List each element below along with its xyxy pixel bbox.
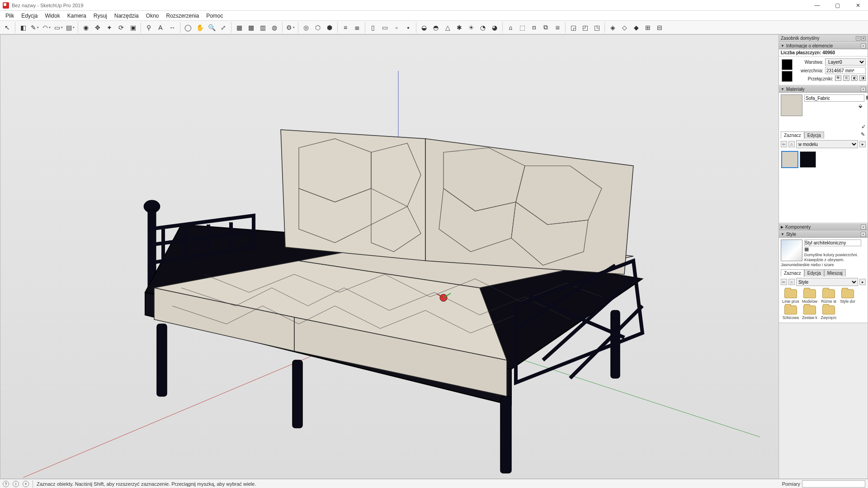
sample-material-icon[interactable]: ⬙ [859,103,866,110]
styles-tab-edit[interactable]: Edycja [804,269,824,277]
nav-back-icon[interactable]: ⇦ [781,279,787,285]
tool-pushpull-icon[interactable]: ▤ [65,22,75,33]
tool-dimension-icon[interactable]: ↔ [167,22,178,33]
tool-bool3-icon[interactable]: ◳ [591,22,602,33]
menu-edycja[interactable]: Edycja [18,12,41,20]
tool-select-icon[interactable]: ↖ [2,22,13,33]
tray-pin-icon[interactable]: ▫ [856,36,860,41]
menu-widok[interactable]: Widok [41,12,63,20]
menu-narzędzia[interactable]: Narzędzia [111,12,142,20]
material-name-input[interactable] [804,94,864,102]
style-folder[interactable]: Zestaw k [801,305,819,320]
tool-text-icon[interactable]: A [155,22,166,33]
toggle-cast-icon[interactable]: ◑ [859,75,866,81]
tool-shadow2-icon[interactable]: ◓ [430,22,441,33]
tool-eraser-icon[interactable]: ◧ [18,22,28,33]
tool-paint-icon[interactable]: ◉ [80,22,91,33]
style-folder[interactable]: Linie pros [782,288,800,304]
geo-icon[interactable]: i [13,481,19,487]
material-scope-select[interactable]: w modelu [796,140,858,148]
tool-shadow5-icon[interactable]: ☀ [466,22,476,33]
tool-sandbox5-icon[interactable]: ⧆ [552,22,563,33]
material-swatch[interactable] [800,151,816,168]
tool-shadow4-icon[interactable]: ✱ [454,22,465,33]
tool-sandbox4-icon[interactable]: ⧉ [540,22,551,33]
back-material-swatch[interactable] [782,71,793,82]
menu-pomoc[interactable]: Pomoc [203,12,226,20]
tool-pan-icon[interactable]: ✋ [194,22,205,33]
panel-header-components[interactable]: ▶ Komponenty × [779,223,868,230]
style-folder[interactable]: Style dor [839,288,857,304]
style-name-input[interactable] [804,239,861,246]
layer-select[interactable]: Layer0 [825,58,866,66]
tool-offset-icon[interactable]: ▣ [127,22,138,33]
tool-rotate-icon[interactable]: ✦ [104,22,115,33]
tool-tape-icon[interactable]: ⚲ [143,22,154,33]
tool-warehouse-icon[interactable]: ▦ [234,22,245,33]
maximize-button[interactable]: ▢ [827,0,848,11]
material-swatch[interactable] [782,151,798,168]
style-folder[interactable]: Różne st [820,288,838,304]
materials-tab-select[interactable]: Zaznacz [781,131,804,139]
materials-tab-edit[interactable]: Edycja [804,131,824,139]
tool-camera4-icon[interactable]: ⊞ [642,22,653,33]
nav-menu-icon[interactable]: ▸ [859,141,866,147]
style-folder[interactable]: Modelow [801,288,819,304]
user-icon[interactable]: • [23,481,29,487]
style-update-icon[interactable]: ▦ [804,246,811,253]
tool-layout-icon[interactable]: ▥ [257,22,268,33]
style-folder[interactable]: Zwycięzc [820,305,838,320]
tool-sandbox3-icon[interactable]: ⧈ [528,22,539,33]
tool-section1-icon[interactable]: ≡ [340,22,351,33]
toggle-lock-icon[interactable]: ⎘ [843,75,849,81]
nav-menu-icon[interactable]: ▸ [859,279,866,285]
panel-header-styles[interactable]: ▼ Style × [779,230,868,238]
create-material-icon[interactable]: ▦ [866,94,868,102]
styles-tab-mix[interactable]: Mieszaj [824,269,846,277]
tool-shadow7-icon[interactable]: ◕ [489,22,500,33]
tool-orbit-icon[interactable]: ◯ [183,22,193,33]
tool-camera2-icon[interactable]: ◇ [619,22,630,33]
tray-close-icon[interactable]: × [861,36,866,41]
tool-camera1-icon[interactable]: ◈ [607,22,618,33]
panel-header-materials[interactable]: ▼ Materiały × [779,85,868,93]
panel-header-entity-info[interactable]: ▼ Informacje o elemencie × [779,42,868,49]
tool-line-icon[interactable]: ✎ [29,22,40,33]
material-preview[interactable] [781,94,802,116]
panel-close-icon[interactable]: × [861,225,866,230]
tool-bool2-icon[interactable]: ◰ [580,22,590,33]
tool-sandbox2-icon[interactable]: ⬚ [517,22,528,33]
tool-shadow6-icon[interactable]: ◔ [477,22,488,33]
eyedropper-icon[interactable]: ➶ [861,123,866,130]
nav-home-icon[interactable]: ⌂ [788,279,795,285]
tool-sandbox1-icon[interactable]: ⩍ [505,22,516,33]
tool-move-icon[interactable]: ✥ [92,22,103,33]
style-preview[interactable] [781,239,802,261]
measurement-input[interactable] [802,480,865,488]
tool-view-front-icon[interactable]: ▫ [391,22,402,33]
panel-close-icon[interactable]: × [861,87,866,92]
help-icon[interactable]: ? [3,481,9,487]
panel-close-icon[interactable]: × [861,43,866,48]
tool-shadow3-icon[interactable]: △ [442,22,453,33]
tool-solid2-icon[interactable]: ⬡ [312,22,323,33]
styles-tab-select[interactable]: Zaznacz [781,269,804,277]
nav-back-icon[interactable]: ⇦ [781,141,787,147]
tool-zoom-ext-icon[interactable]: ⤢ [218,22,229,33]
toggle-visible-icon[interactable]: 👁 [835,75,841,81]
tool-view-top-icon[interactable]: ▭ [379,22,390,33]
menu-rozszerzenia[interactable]: Rozszerzenia [162,12,203,20]
menu-rysuj[interactable]: Rysuj [90,12,111,20]
menu-kamera[interactable]: Kamera [64,12,90,20]
nav-home-icon[interactable]: ⌂ [788,141,795,147]
panel-close-icon[interactable]: × [861,232,866,237]
tool-extmgr-icon[interactable]: ⚙ [285,22,296,33]
menu-plik[interactable]: Plik [2,12,18,20]
tool-zoom-icon[interactable]: 🔍 [206,22,217,33]
tool-arc-icon[interactable]: ◠ [41,22,52,33]
minimize-button[interactable]: — [807,0,827,11]
close-button[interactable]: ✕ [848,0,868,11]
tray-header[interactable]: Zasobnik domyślny ▫ × [779,35,868,42]
tool-view-iso-icon[interactable]: ▯ [368,22,378,33]
tool-camera5-icon[interactable]: ⊟ [654,22,665,33]
